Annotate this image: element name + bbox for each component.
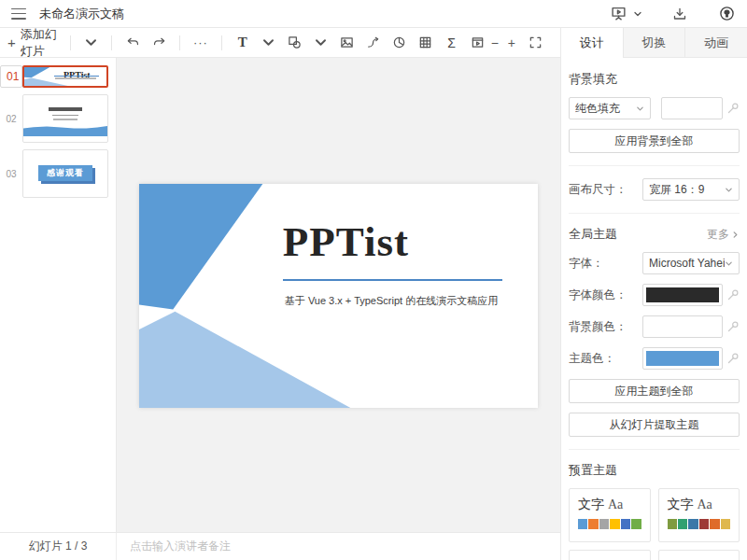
slide-number-3: 03 — [0, 169, 22, 179]
download-icon[interactable] — [670, 5, 689, 23]
apply-theme-button[interactable]: 应用主题到全部 — [569, 379, 740, 403]
font-color-picker[interactable] — [642, 284, 723, 306]
insert-chart-icon[interactable] — [389, 32, 410, 54]
add-slide-button[interactable]: + 添加幻灯片 — [7, 26, 63, 60]
global-theme-label: 全局主题 — [569, 226, 617, 243]
font-label: 字体： — [569, 256, 636, 272]
preset-theme-card-partial[interactable] — [569, 550, 651, 560]
theme-color-label: 主题色： — [569, 351, 636, 367]
editor-canvas[interactable]: PPTist 基于 Vue 3.x + TypeScript 的在线演示文稿应用 — [117, 58, 560, 532]
theme-more-link[interactable]: 更多 — [707, 227, 740, 243]
eyedropper-icon[interactable] — [726, 320, 740, 333]
apply-background-button[interactable]: 应用背景到全部 — [569, 129, 740, 153]
slide-thumbnail-1[interactable]: PPTist — [22, 65, 108, 88]
theme-swatch — [710, 519, 719, 529]
top-bar: 未命名演示文稿 — [0, 0, 747, 28]
eyedropper-icon[interactable] — [726, 288, 740, 301]
canvas-size-select[interactable]: 宽屏 16：9 — [642, 178, 740, 201]
text-chevron-down-icon[interactable] — [259, 32, 279, 54]
theme-swatch — [578, 519, 587, 529]
speaker-notes-input[interactable]: 点击输入演讲者备注 — [117, 533, 560, 560]
theme-swatch — [599, 519, 609, 529]
insert-formula-icon[interactable]: Σ — [442, 32, 462, 54]
fullscreen-icon[interactable] — [525, 32, 545, 54]
editor-column: + 添加幻灯片 ··· T — [0, 28, 560, 560]
thumbnail-item-3: 03 感谢观看 — [0, 149, 116, 198]
theme-swatch — [621, 519, 630, 529]
theme-swatch — [631, 519, 641, 529]
thumb2-title-bar — [49, 107, 82, 111]
thumb2-subtitle-bar — [53, 119, 77, 120]
slide-divider-line[interactable] — [283, 279, 502, 281]
slide-number-2: 02 — [0, 114, 22, 124]
topbar-actions — [609, 5, 736, 23]
fill-type-select[interactable]: 纯色填充 — [569, 97, 651, 119]
slide-thumbnail-panel: 01 PPTist 02 — [0, 58, 117, 532]
github-icon[interactable] — [717, 5, 736, 23]
theme-swatch — [721, 519, 730, 529]
redo-icon[interactable] — [148, 32, 169, 54]
zoom-in-button[interactable]: + — [508, 35, 515, 50]
bg-color-label: 背景颜色： — [569, 319, 636, 335]
preset-theme-card-1[interactable]: 文字 Aa — [569, 488, 651, 542]
tab-transition[interactable]: 切换 — [623, 28, 685, 58]
present-chevron-down-icon[interactable] — [633, 9, 642, 19]
plus-icon: + — [7, 35, 16, 49]
right-panel: 设计 切换 动画 背景填充 纯色填充 — [560, 28, 747, 560]
undo-icon[interactable] — [122, 32, 143, 54]
slide-page-indicator: 幻灯片 1 / 3 — [0, 533, 117, 560]
theme-swatch — [699, 519, 709, 529]
insert-text-icon[interactable]: T — [233, 32, 253, 54]
shape-chevron-down-icon[interactable] — [311, 32, 331, 54]
card-text-label: 文字 — [578, 497, 604, 511]
card-text-label: 文字 — [668, 497, 694, 511]
panel-tabs: 设计 切换 动画 — [561, 28, 747, 58]
thumb1-subtitle-bar — [55, 77, 96, 79]
theme-swatch — [688, 519, 698, 529]
preset-theme-card-2[interactable]: 文字 Aa — [658, 488, 740, 542]
chevron-right-icon — [731, 231, 740, 239]
tab-animation[interactable]: 动画 — [684, 28, 747, 58]
theme-swatch — [588, 519, 598, 529]
background-color-picker[interactable] — [661, 97, 723, 119]
insert-table-icon[interactable] — [416, 32, 436, 54]
font-select[interactable]: Microsoft Yahei — [642, 252, 740, 274]
insert-media-icon[interactable] — [468, 32, 488, 54]
theme-swatch — [678, 519, 687, 529]
status-bar: 幻灯片 1 / 3 点击输入演讲者备注 — [0, 532, 560, 560]
insert-image-icon[interactable] — [337, 32, 358, 54]
card-aa-label: Aa — [608, 497, 623, 511]
canvas-size-label: 画布尺寸： — [569, 182, 636, 198]
theme-bg-color-picker[interactable] — [642, 315, 723, 338]
extract-theme-button[interactable]: 从幻灯片提取主题 — [569, 413, 740, 437]
theme-color-picker[interactable] — [642, 347, 723, 370]
document-title[interactable]: 未命名演示文稿 — [39, 6, 124, 22]
present-icon[interactable] — [609, 5, 627, 23]
eyedropper-icon[interactable] — [726, 352, 740, 365]
slide-thumbnail-2[interactable] — [22, 94, 108, 143]
slide-title-text[interactable]: PPTist — [283, 219, 506, 266]
zoom-out-button[interactable]: − — [491, 35, 499, 50]
thumb2-rule — [52, 115, 79, 116]
tab-design[interactable]: 设计 — [561, 28, 623, 58]
current-slide[interactable]: PPTist 基于 Vue 3.x + TypeScript 的在线演示文稿应用 — [139, 184, 538, 408]
design-panel: 背景填充 纯色填充 — [561, 58, 747, 560]
chevron-down-icon — [725, 186, 733, 194]
slide-thumbnail-3[interactable]: 感谢观看 — [22, 149, 108, 198]
eyedropper-icon[interactable] — [726, 102, 740, 115]
thumb2-wave-shape — [23, 124, 107, 136]
menu-icon[interactable] — [11, 8, 26, 20]
insert-line-icon[interactable] — [363, 32, 384, 54]
insert-shape-icon[interactable] — [285, 32, 305, 54]
preset-themes-label: 预置主题 — [569, 462, 740, 479]
preset-theme-card-partial[interactable] — [658, 550, 740, 560]
theme-swatch — [610, 519, 619, 529]
more-tools-icon[interactable]: ··· — [190, 32, 211, 54]
slide-subtitle-text[interactable]: 基于 Vue 3.x + TypeScript 的在线演示文稿应用 — [285, 294, 516, 308]
add-slide-label: 添加幻灯片 — [21, 26, 63, 60]
pptist-app: 未命名演示文稿 — [0, 0, 747, 560]
add-slide-chevron-down-icon[interactable] — [80, 32, 101, 54]
zoom-controls: − + — [491, 32, 551, 54]
slide-number-1: 01 — [0, 65, 22, 88]
chevron-down-icon — [725, 259, 733, 268]
